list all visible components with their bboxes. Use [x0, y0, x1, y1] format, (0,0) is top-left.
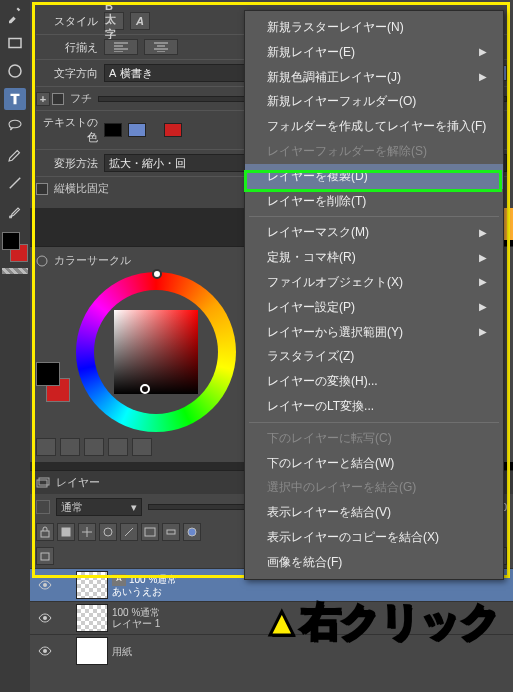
- align-left-button[interactable]: [104, 39, 138, 55]
- expand-edge-button[interactable]: +: [36, 92, 50, 106]
- submenu-arrow-icon: ▶: [479, 45, 487, 59]
- context-menu-item[interactable]: レイヤーから選択範囲(Y)▶: [245, 320, 503, 345]
- align-label: 行揃え: [36, 40, 98, 55]
- color-tool-1[interactable]: [36, 438, 56, 456]
- context-menu-item[interactable]: 表示レイヤーのコピーを結合(X): [245, 525, 503, 550]
- visibility-toggle-icon[interactable]: [36, 642, 54, 660]
- layer-thumbnail[interactable]: [76, 637, 108, 665]
- submenu-arrow-icon: ▶: [479, 251, 487, 265]
- context-menu-item-label: レイヤー設定(P): [267, 299, 355, 316]
- text-tool-icon[interactable]: [4, 88, 26, 110]
- layer-thumbnail[interactable]: [76, 571, 108, 599]
- fgbg-swatches[interactable]: [2, 232, 28, 262]
- transform-label: 変形方法: [36, 156, 98, 171]
- pen-tool-icon[interactable]: [4, 144, 26, 166]
- context-menu-item[interactable]: 定規・コマ枠(R)▶: [245, 245, 503, 270]
- color-tool-2[interactable]: [60, 438, 80, 456]
- layer-draft-button[interactable]: [120, 523, 138, 541]
- layer-panel-title: レイヤー: [56, 475, 100, 490]
- italic-button[interactable]: A: [130, 12, 150, 30]
- context-menu-item[interactable]: フォルダーを作成してレイヤーを挿入(F): [245, 114, 503, 139]
- lockratio-checkbox[interactable]: [36, 183, 48, 195]
- color-tool-5[interactable]: [132, 438, 152, 456]
- svg-point-11: [188, 528, 196, 536]
- context-menu-item[interactable]: ファイルオブジェクト(X)▶: [245, 270, 503, 295]
- context-menu-item[interactable]: 下のレイヤーと結合(W): [245, 451, 503, 476]
- svg-point-18: [43, 616, 47, 620]
- context-menu-item-label: 新規レイヤー(E): [267, 44, 355, 61]
- context-menu-item[interactable]: ラスタライズ(Z): [245, 344, 503, 369]
- textdir-label: 文字方向: [36, 66, 98, 81]
- context-menu-item[interactable]: 表示レイヤーを結合(V): [245, 500, 503, 525]
- color-circle-header-icon: [36, 255, 48, 267]
- hue-wheel[interactable]: [76, 272, 236, 432]
- textcolor-label: テキストの色: [36, 115, 98, 145]
- context-menu-item[interactable]: レイヤーのLT変換...: [245, 394, 503, 419]
- visibility-toggle-icon[interactable]: [36, 576, 54, 594]
- context-menu-item-label: 新規レイヤーフォルダー(O): [267, 93, 416, 110]
- context-menu-item[interactable]: レイヤー設定(P)▶: [245, 295, 503, 320]
- context-menu-item[interactable]: レイヤーの変換(H)...: [245, 369, 503, 394]
- context-menu-item-label: ファイルオブジェクト(X): [267, 274, 403, 291]
- layer-lock-indicator[interactable]: [36, 500, 50, 514]
- rect-tool-icon[interactable]: [4, 32, 26, 54]
- bold-button[interactable]: B太字: [104, 12, 124, 30]
- svg-line-2: [10, 178, 21, 189]
- visibility-toggle-icon[interactable]: [36, 609, 54, 627]
- layer-name-label: 用紙: [112, 646, 132, 657]
- sv-handle[interactable]: [140, 384, 150, 394]
- brush-tool-icon[interactable]: [4, 200, 26, 222]
- panel-fg-color-swatch[interactable]: [36, 362, 60, 386]
- context-menu-item[interactable]: レイヤーを複製(D): [245, 164, 503, 189]
- context-menu-item[interactable]: 新規レイヤーフォルダー(O): [245, 89, 503, 114]
- context-menu-item-label: 表示レイヤーのコピーを結合(X): [267, 529, 439, 546]
- color-tool-3[interactable]: [84, 438, 104, 456]
- layer-clip-button[interactable]: [78, 523, 96, 541]
- color-tool-4[interactable]: [108, 438, 128, 456]
- context-menu-item[interactable]: レイヤーを削除(T): [245, 189, 503, 214]
- transform-value: 拡大・縮小・回: [109, 156, 186, 171]
- layer-lock-button[interactable]: [36, 523, 54, 541]
- lasso-tool-icon[interactable]: [4, 116, 26, 138]
- layer-thumbnail[interactable]: [76, 604, 108, 632]
- blend-mode-select[interactable]: 通常 ▾: [56, 498, 142, 516]
- sv-square[interactable]: [114, 310, 198, 394]
- hue-handle[interactable]: [152, 269, 162, 279]
- new-layer-button[interactable]: [36, 547, 54, 565]
- textcolor-swatch-3[interactable]: [164, 123, 182, 137]
- layer-color-button[interactable]: [183, 523, 201, 541]
- layer-ruler-button[interactable]: [162, 523, 180, 541]
- align-center-button[interactable]: [144, 39, 178, 55]
- context-menu-item-label: レイヤーから選択範囲(Y): [267, 324, 403, 341]
- context-menu-item[interactable]: レイヤーマスク(M)▶: [245, 220, 503, 245]
- textdir-value: 横書き: [120, 66, 153, 81]
- fg-color-swatch[interactable]: [2, 232, 20, 250]
- context-menu-item[interactable]: 画像を統合(F): [245, 550, 503, 575]
- svg-rect-7: [62, 528, 70, 536]
- color-circle-title: カラーサークル: [54, 253, 131, 268]
- layer-pixellock-button[interactable]: [57, 523, 75, 541]
- ellipse-tool-icon[interactable]: [4, 60, 26, 82]
- svg-rect-12: [41, 553, 49, 560]
- context-menu-item[interactable]: 新規色調補正レイヤー(J)▶: [245, 65, 503, 90]
- textcolor-swatch-1[interactable]: [104, 123, 122, 137]
- textcolor-swatch-2[interactable]: [128, 123, 146, 137]
- layer-panel-icon: [36, 477, 50, 489]
- context-menu-item-label: ラスタライズ(Z): [267, 348, 354, 365]
- fgbg-swatches-panel[interactable]: [36, 362, 70, 402]
- context-menu-item[interactable]: 新規ラスターレイヤー(N): [245, 15, 503, 40]
- context-menu-item-label: 画像を統合(F): [267, 554, 342, 571]
- line-tool-icon[interactable]: [4, 172, 26, 194]
- eyedropper-tool-icon[interactable]: [4, 4, 26, 26]
- layer-opacity-label: 100 %通常: [112, 607, 160, 618]
- context-menu-item[interactable]: 新規レイヤー(E)▶: [245, 40, 503, 65]
- context-menu-item-label: 定規・コマ枠(R): [267, 249, 356, 266]
- svg-point-17: [43, 583, 47, 587]
- layer-context-menu: 新規ラスターレイヤー(N)新規レイヤー(E)▶新規色調補正レイヤー(J)▶新規レ…: [244, 10, 504, 580]
- layer-ref-button[interactable]: [99, 523, 117, 541]
- layer-mask-button[interactable]: [141, 523, 159, 541]
- edge-checkbox[interactable]: [52, 93, 64, 105]
- svg-rect-10: [167, 530, 175, 534]
- submenu-arrow-icon: ▶: [479, 275, 487, 289]
- chevron-down-icon: ▾: [131, 501, 137, 514]
